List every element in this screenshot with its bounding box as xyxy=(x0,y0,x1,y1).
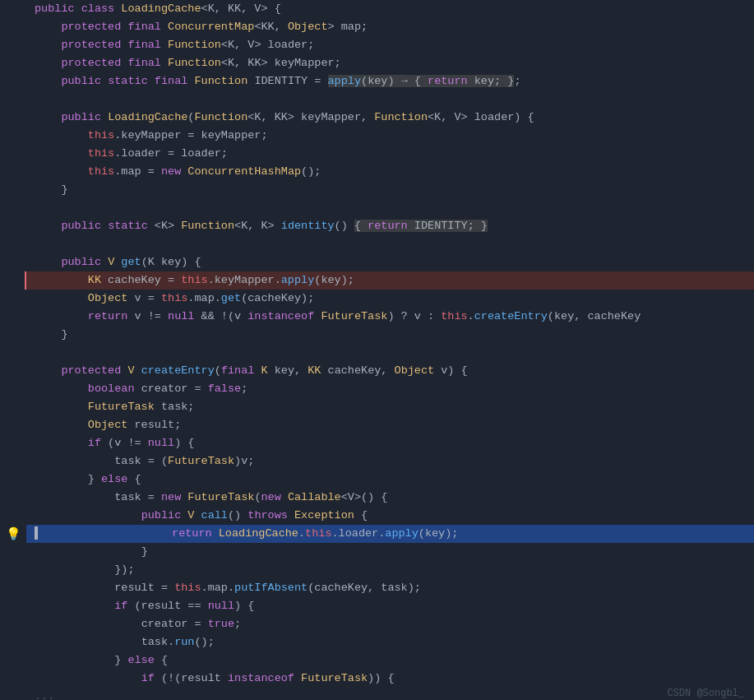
line-number-4 xyxy=(0,54,26,72)
line-number-20 xyxy=(0,344,26,362)
line-number-34 xyxy=(0,597,26,615)
line-content-30: return LoadingCache.this.loader.apply(ke… xyxy=(26,525,754,543)
line-content-36: task.run(); xyxy=(26,633,754,651)
line-number-19 xyxy=(0,326,26,344)
code-line-15: public V get(K key) { xyxy=(0,253,754,271)
line-content-9: this.loader = loader; xyxy=(26,145,754,163)
line-number-12 xyxy=(0,199,26,217)
line-content-4: protected final Function<K, KK> keyMappe… xyxy=(26,54,754,72)
line-content-3: protected final Function<K, V> loader; xyxy=(26,36,754,54)
line-number-5 xyxy=(0,72,26,90)
code-line-9: this.loader = loader; xyxy=(0,145,754,163)
line-content-12 xyxy=(26,199,754,217)
line-content-2: protected final ConcurrentMap<KK, Object… xyxy=(26,18,754,36)
line-content-16: KK cacheKey = this.keyMapper.apply(key); xyxy=(26,271,754,290)
code-line-3: protected final Function<K, V> loader; xyxy=(0,36,754,54)
line-content-17: Object v = this.map.get(cacheKey); xyxy=(26,290,754,308)
line-number-6 xyxy=(0,90,26,109)
code-line-22: boolean creator = false; xyxy=(0,380,754,398)
code-line-37: } else { xyxy=(0,651,754,670)
line-content-32: }); xyxy=(26,561,754,579)
line-content-33: result = this.map.putIfAbsent(cacheKey, … xyxy=(26,579,754,597)
code-line-2: protected final ConcurrentMap<KK, Object… xyxy=(0,18,754,36)
code-line-28: task = new FutureTask(new Callable<V>() … xyxy=(0,489,754,507)
watermark: CSDN @Songbl_ xyxy=(667,688,744,699)
line-content-13: public static <K> Function<K, K> identit… xyxy=(26,217,754,235)
line-number-3 xyxy=(0,36,26,54)
line-number-35 xyxy=(0,615,26,633)
line-content-38: if (!(result instanceof FutureTask)) { xyxy=(26,670,754,688)
code-line-21: protected V createEntry(final K key, KK … xyxy=(0,362,754,380)
line-content-10: this.map = new ConcurrentHashMap(); xyxy=(26,163,754,181)
code-line-36: task.run(); xyxy=(0,633,754,651)
line-number-11 xyxy=(0,181,26,199)
line-content-37: } else { xyxy=(26,651,754,670)
line-content-25: if (v != null) { xyxy=(26,434,754,452)
line-number-27 xyxy=(0,471,26,489)
code-line-24: Object result; xyxy=(0,416,754,434)
line-number-18 xyxy=(0,308,26,326)
code-line-18: return v != null && !(v instanceof Futur… xyxy=(0,308,754,326)
code-line-7: public LoadingCache(Function<K, KK> keyM… xyxy=(0,109,754,127)
code-line-31: } xyxy=(0,543,754,561)
code-line-16: KK cacheKey = this.keyMapper.apply(key); xyxy=(0,271,754,290)
code-line-33: result = this.map.putIfAbsent(cacheKey, … xyxy=(0,579,754,597)
line-content-18: return v != null && !(v instanceof Futur… xyxy=(26,308,754,326)
code-line-13: public static <K> Function<K, K> identit… xyxy=(0,217,754,235)
code-line-17: Object v = this.map.get(cacheKey); xyxy=(0,290,754,308)
line-content-26: task = (FutureTask)v; xyxy=(26,452,754,471)
line-number-21 xyxy=(0,362,26,380)
line-content-7: public LoadingCache(Function<K, KK> keyM… xyxy=(26,109,754,127)
line-number-15 xyxy=(0,253,26,271)
line-number-37 xyxy=(0,651,26,670)
line-number-24 xyxy=(0,416,26,434)
line-number-28 xyxy=(0,489,26,507)
code-editor: public class LoadingCache<K, KK, V> { pr… xyxy=(0,0,754,700)
line-content-8: this.keyMapper = keyMapper; xyxy=(26,127,754,145)
line-number-1 xyxy=(0,0,26,18)
line-content-6 xyxy=(26,90,754,109)
line-content-5: public static final Function IDENTITY = … xyxy=(26,72,754,90)
code-line-8: this.keyMapper = keyMapper; xyxy=(0,127,754,145)
line-number-23 xyxy=(0,398,26,416)
line-content-21: protected V createEntry(final K key, KK … xyxy=(26,362,754,380)
code-line-20 xyxy=(0,344,754,362)
line-number-10 xyxy=(0,163,26,181)
line-number-9 xyxy=(0,145,26,163)
line-number-22 xyxy=(0,380,26,398)
line-number-33 xyxy=(0,579,26,597)
line-content-24: Object result; xyxy=(26,416,754,434)
code-line-6 xyxy=(0,90,754,109)
line-content-19: } xyxy=(26,326,754,344)
code-line-14 xyxy=(0,235,754,253)
code-line-25: if (v != null) { xyxy=(0,434,754,452)
line-content-20 xyxy=(26,344,754,362)
code-line-12 xyxy=(0,199,754,217)
line-content-1: public class LoadingCache<K, KK, V> { xyxy=(26,0,754,18)
line-content-14 xyxy=(26,235,754,253)
line-content-27: } else { xyxy=(26,471,754,489)
line-number-39 xyxy=(0,688,26,700)
code-line-4: protected final Function<K, KK> keyMappe… xyxy=(0,54,754,72)
code-line-10: this.map = new ConcurrentHashMap(); xyxy=(0,163,754,181)
code-line-30: 💡 return LoadingCache.this.loader.apply(… xyxy=(0,525,754,543)
line-number-30: 💡 xyxy=(0,525,26,543)
line-content-31: } xyxy=(26,543,754,561)
line-number-26 xyxy=(0,452,26,471)
line-number-31 xyxy=(0,543,26,561)
code-line-32: }); xyxy=(0,561,754,579)
code-line-35: creator = true; xyxy=(0,615,754,633)
code-line-11: } xyxy=(0,181,754,199)
line-number-36 xyxy=(0,633,26,651)
code-line-1: public class LoadingCache<K, KK, V> { xyxy=(0,0,754,18)
line-content-39: ... xyxy=(26,688,754,700)
line-content-22: boolean creator = false; xyxy=(26,380,754,398)
line-number-2 xyxy=(0,18,26,36)
line-content-23: FutureTask task; xyxy=(26,398,754,416)
code-line-23: FutureTask task; xyxy=(0,398,754,416)
code-line-29: public V call() throws Exception { xyxy=(0,507,754,525)
line-number-32 xyxy=(0,561,26,579)
line-content-34: if (result == null) { xyxy=(26,597,754,615)
line-number-14 xyxy=(0,235,26,253)
code-line-38: if (!(result instanceof FutureTask)) { xyxy=(0,670,754,688)
